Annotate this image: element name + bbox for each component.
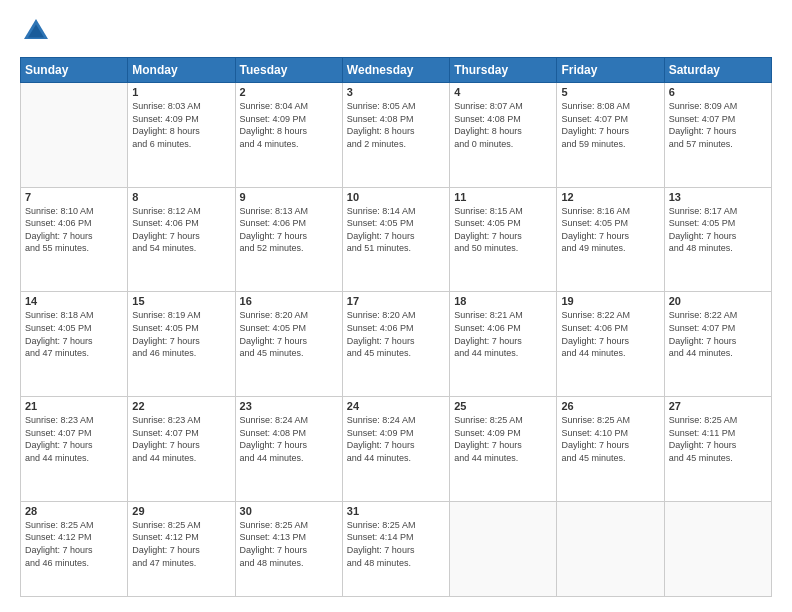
day-number: 16 xyxy=(240,295,338,307)
day-info: Sunrise: 8:12 AM Sunset: 4:06 PM Dayligh… xyxy=(132,205,230,255)
calendar-cell: 19Sunrise: 8:22 AM Sunset: 4:06 PM Dayli… xyxy=(557,292,664,397)
day-info: Sunrise: 8:15 AM Sunset: 4:05 PM Dayligh… xyxy=(454,205,552,255)
day-info: Sunrise: 8:18 AM Sunset: 4:05 PM Dayligh… xyxy=(25,309,123,359)
calendar-cell: 12Sunrise: 8:16 AM Sunset: 4:05 PM Dayli… xyxy=(557,187,664,292)
calendar-cell: 20Sunrise: 8:22 AM Sunset: 4:07 PM Dayli… xyxy=(664,292,771,397)
day-number: 13 xyxy=(669,191,767,203)
day-info: Sunrise: 8:25 AM Sunset: 4:12 PM Dayligh… xyxy=(132,519,230,569)
day-number: 30 xyxy=(240,505,338,517)
day-info: Sunrise: 8:08 AM Sunset: 4:07 PM Dayligh… xyxy=(561,100,659,150)
calendar-cell: 6Sunrise: 8:09 AM Sunset: 4:07 PM Daylig… xyxy=(664,83,771,188)
calendar-cell: 9Sunrise: 8:13 AM Sunset: 4:06 PM Daylig… xyxy=(235,187,342,292)
day-number: 28 xyxy=(25,505,123,517)
calendar-cell xyxy=(450,501,557,596)
day-info: Sunrise: 8:07 AM Sunset: 4:08 PM Dayligh… xyxy=(454,100,552,150)
calendar-cell: 5Sunrise: 8:08 AM Sunset: 4:07 PM Daylig… xyxy=(557,83,664,188)
day-number: 27 xyxy=(669,400,767,412)
calendar-cell xyxy=(21,83,128,188)
day-info: Sunrise: 8:25 AM Sunset: 4:11 PM Dayligh… xyxy=(669,414,767,464)
day-number: 8 xyxy=(132,191,230,203)
day-number: 31 xyxy=(347,505,445,517)
calendar-cell: 14Sunrise: 8:18 AM Sunset: 4:05 PM Dayli… xyxy=(21,292,128,397)
day-info: Sunrise: 8:03 AM Sunset: 4:09 PM Dayligh… xyxy=(132,100,230,150)
day-number: 4 xyxy=(454,86,552,98)
calendar-cell: 2Sunrise: 8:04 AM Sunset: 4:09 PM Daylig… xyxy=(235,83,342,188)
calendar-header-saturday: Saturday xyxy=(664,58,771,83)
day-number: 29 xyxy=(132,505,230,517)
calendar-table: SundayMondayTuesdayWednesdayThursdayFrid… xyxy=(20,57,772,597)
logo-icon xyxy=(20,15,52,47)
day-info: Sunrise: 8:25 AM Sunset: 4:14 PM Dayligh… xyxy=(347,519,445,569)
calendar-cell: 17Sunrise: 8:20 AM Sunset: 4:06 PM Dayli… xyxy=(342,292,449,397)
page: SundayMondayTuesdayWednesdayThursdayFrid… xyxy=(0,0,792,612)
day-number: 26 xyxy=(561,400,659,412)
calendar-header-thursday: Thursday xyxy=(450,58,557,83)
calendar-header-wednesday: Wednesday xyxy=(342,58,449,83)
day-info: Sunrise: 8:24 AM Sunset: 4:08 PM Dayligh… xyxy=(240,414,338,464)
calendar-header-row: SundayMondayTuesdayWednesdayThursdayFrid… xyxy=(21,58,772,83)
calendar-cell: 26Sunrise: 8:25 AM Sunset: 4:10 PM Dayli… xyxy=(557,397,664,502)
day-number: 6 xyxy=(669,86,767,98)
calendar-week-row: 1Sunrise: 8:03 AM Sunset: 4:09 PM Daylig… xyxy=(21,83,772,188)
calendar-cell: 31Sunrise: 8:25 AM Sunset: 4:14 PM Dayli… xyxy=(342,501,449,596)
calendar-cell: 24Sunrise: 8:24 AM Sunset: 4:09 PM Dayli… xyxy=(342,397,449,502)
calendar-header-monday: Monday xyxy=(128,58,235,83)
calendar-cell: 11Sunrise: 8:15 AM Sunset: 4:05 PM Dayli… xyxy=(450,187,557,292)
day-info: Sunrise: 8:23 AM Sunset: 4:07 PM Dayligh… xyxy=(25,414,123,464)
calendar-cell: 1Sunrise: 8:03 AM Sunset: 4:09 PM Daylig… xyxy=(128,83,235,188)
calendar-cell xyxy=(664,501,771,596)
day-number: 17 xyxy=(347,295,445,307)
day-number: 24 xyxy=(347,400,445,412)
calendar-cell: 29Sunrise: 8:25 AM Sunset: 4:12 PM Dayli… xyxy=(128,501,235,596)
day-number: 15 xyxy=(132,295,230,307)
day-info: Sunrise: 8:25 AM Sunset: 4:12 PM Dayligh… xyxy=(25,519,123,569)
day-info: Sunrise: 8:13 AM Sunset: 4:06 PM Dayligh… xyxy=(240,205,338,255)
day-info: Sunrise: 8:20 AM Sunset: 4:06 PM Dayligh… xyxy=(347,309,445,359)
day-info: Sunrise: 8:16 AM Sunset: 4:05 PM Dayligh… xyxy=(561,205,659,255)
day-info: Sunrise: 8:17 AM Sunset: 4:05 PM Dayligh… xyxy=(669,205,767,255)
day-info: Sunrise: 8:10 AM Sunset: 4:06 PM Dayligh… xyxy=(25,205,123,255)
calendar-cell: 21Sunrise: 8:23 AM Sunset: 4:07 PM Dayli… xyxy=(21,397,128,502)
day-info: Sunrise: 8:25 AM Sunset: 4:10 PM Dayligh… xyxy=(561,414,659,464)
day-number: 20 xyxy=(669,295,767,307)
day-info: Sunrise: 8:09 AM Sunset: 4:07 PM Dayligh… xyxy=(669,100,767,150)
calendar-cell: 16Sunrise: 8:20 AM Sunset: 4:05 PM Dayli… xyxy=(235,292,342,397)
day-number: 3 xyxy=(347,86,445,98)
day-info: Sunrise: 8:22 AM Sunset: 4:06 PM Dayligh… xyxy=(561,309,659,359)
calendar-cell: 27Sunrise: 8:25 AM Sunset: 4:11 PM Dayli… xyxy=(664,397,771,502)
day-number: 12 xyxy=(561,191,659,203)
calendar-cell: 30Sunrise: 8:25 AM Sunset: 4:13 PM Dayli… xyxy=(235,501,342,596)
calendar-header-sunday: Sunday xyxy=(21,58,128,83)
day-number: 9 xyxy=(240,191,338,203)
logo xyxy=(20,15,56,47)
day-number: 22 xyxy=(132,400,230,412)
calendar-header-friday: Friday xyxy=(557,58,664,83)
calendar-header-tuesday: Tuesday xyxy=(235,58,342,83)
header xyxy=(20,15,772,47)
calendar-cell: 8Sunrise: 8:12 AM Sunset: 4:06 PM Daylig… xyxy=(128,187,235,292)
day-number: 23 xyxy=(240,400,338,412)
calendar-cell xyxy=(557,501,664,596)
calendar-week-row: 14Sunrise: 8:18 AM Sunset: 4:05 PM Dayli… xyxy=(21,292,772,397)
calendar-cell: 23Sunrise: 8:24 AM Sunset: 4:08 PM Dayli… xyxy=(235,397,342,502)
calendar-cell: 18Sunrise: 8:21 AM Sunset: 4:06 PM Dayli… xyxy=(450,292,557,397)
day-number: 10 xyxy=(347,191,445,203)
day-info: Sunrise: 8:25 AM Sunset: 4:09 PM Dayligh… xyxy=(454,414,552,464)
calendar-week-row: 28Sunrise: 8:25 AM Sunset: 4:12 PM Dayli… xyxy=(21,501,772,596)
calendar-week-row: 7Sunrise: 8:10 AM Sunset: 4:06 PM Daylig… xyxy=(21,187,772,292)
day-info: Sunrise: 8:24 AM Sunset: 4:09 PM Dayligh… xyxy=(347,414,445,464)
day-number: 2 xyxy=(240,86,338,98)
day-info: Sunrise: 8:20 AM Sunset: 4:05 PM Dayligh… xyxy=(240,309,338,359)
calendar-cell: 15Sunrise: 8:19 AM Sunset: 4:05 PM Dayli… xyxy=(128,292,235,397)
calendar-cell: 22Sunrise: 8:23 AM Sunset: 4:07 PM Dayli… xyxy=(128,397,235,502)
day-info: Sunrise: 8:22 AM Sunset: 4:07 PM Dayligh… xyxy=(669,309,767,359)
day-info: Sunrise: 8:04 AM Sunset: 4:09 PM Dayligh… xyxy=(240,100,338,150)
day-info: Sunrise: 8:21 AM Sunset: 4:06 PM Dayligh… xyxy=(454,309,552,359)
day-number: 11 xyxy=(454,191,552,203)
day-info: Sunrise: 8:05 AM Sunset: 4:08 PM Dayligh… xyxy=(347,100,445,150)
day-number: 7 xyxy=(25,191,123,203)
day-info: Sunrise: 8:14 AM Sunset: 4:05 PM Dayligh… xyxy=(347,205,445,255)
day-number: 18 xyxy=(454,295,552,307)
calendar-cell: 10Sunrise: 8:14 AM Sunset: 4:05 PM Dayli… xyxy=(342,187,449,292)
calendar-cell: 7Sunrise: 8:10 AM Sunset: 4:06 PM Daylig… xyxy=(21,187,128,292)
